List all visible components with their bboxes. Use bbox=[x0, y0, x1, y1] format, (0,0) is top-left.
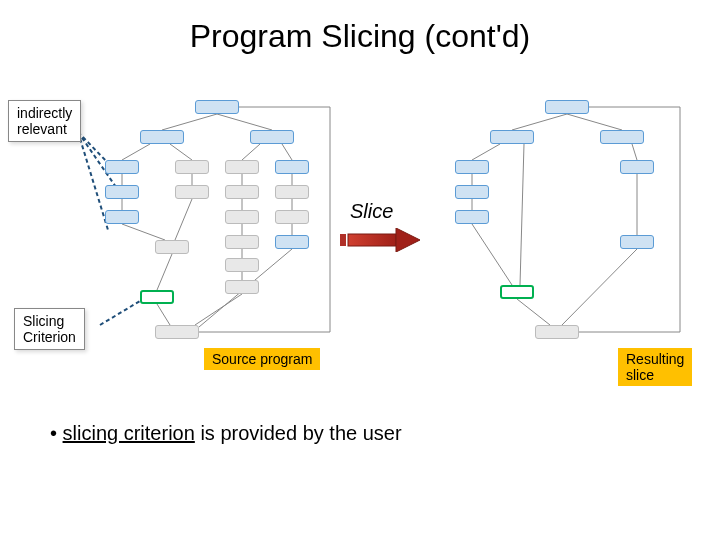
graph-node bbox=[250, 130, 294, 144]
graph-node bbox=[195, 100, 239, 114]
svg-line-14 bbox=[175, 199, 192, 240]
svg-line-0 bbox=[162, 114, 217, 130]
bullet-underlined: slicing criterion bbox=[63, 422, 195, 444]
graph-node bbox=[225, 160, 259, 174]
graph-node bbox=[620, 235, 654, 249]
graph-node bbox=[175, 185, 209, 199]
criterion-node bbox=[140, 290, 174, 304]
source-program-label: Source program bbox=[204, 348, 320, 370]
svg-line-37 bbox=[517, 299, 550, 325]
slice-arrow-label: Slice bbox=[350, 200, 393, 223]
graph-node bbox=[175, 160, 209, 174]
svg-line-36 bbox=[560, 249, 637, 327]
graph-node bbox=[225, 280, 259, 294]
svg-line-3 bbox=[170, 144, 192, 160]
svg-line-34 bbox=[472, 224, 512, 285]
graph-node bbox=[155, 325, 199, 339]
bullet-rest: is provided by the user bbox=[195, 422, 402, 444]
svg-line-30 bbox=[632, 144, 637, 160]
graph-node bbox=[455, 185, 489, 199]
graph-node bbox=[275, 210, 309, 224]
svg-marker-40 bbox=[396, 228, 420, 252]
svg-line-29 bbox=[472, 144, 500, 160]
graph-node bbox=[105, 210, 139, 224]
graph-node bbox=[490, 130, 534, 144]
slide: Program Slicing (cont'd) bbox=[0, 0, 720, 540]
slice-arrow-icon bbox=[340, 228, 420, 252]
svg-line-2 bbox=[122, 144, 150, 160]
svg-line-4 bbox=[242, 144, 260, 160]
svg-line-26 bbox=[100, 298, 145, 325]
graph-edges bbox=[0, 0, 720, 540]
graph-node bbox=[225, 235, 259, 249]
svg-line-25 bbox=[78, 132, 108, 230]
criterion-node bbox=[500, 285, 534, 299]
graph-node bbox=[455, 160, 489, 174]
graph-node bbox=[225, 185, 259, 199]
svg-line-28 bbox=[567, 114, 622, 130]
bullet-text: slicing criterion is provided by the use… bbox=[50, 422, 402, 445]
indirectly-relevant-label: indirectly relevant bbox=[8, 100, 81, 142]
graph-node bbox=[545, 100, 589, 114]
resulting-slice-label: Resulting slice bbox=[618, 348, 692, 386]
svg-line-21 bbox=[195, 294, 242, 325]
graph-node bbox=[140, 130, 184, 144]
svg-line-5 bbox=[282, 144, 292, 160]
graph-node bbox=[620, 160, 654, 174]
graph-node bbox=[275, 160, 309, 174]
svg-rect-38 bbox=[340, 234, 346, 246]
graph-node bbox=[455, 210, 489, 224]
slicing-criterion-label: Slicing Criterion bbox=[14, 308, 85, 350]
graph-node bbox=[275, 235, 309, 249]
svg-line-19 bbox=[157, 254, 172, 290]
slide-title: Program Slicing (cont'd) bbox=[0, 18, 720, 55]
svg-line-13 bbox=[122, 224, 165, 240]
graph-node bbox=[600, 130, 644, 144]
graph-node bbox=[535, 325, 579, 339]
graph-node bbox=[275, 185, 309, 199]
svg-line-1 bbox=[217, 114, 272, 130]
graph-node bbox=[155, 240, 189, 254]
svg-line-20 bbox=[157, 304, 170, 325]
graph-node bbox=[105, 185, 139, 199]
graph-node bbox=[105, 160, 139, 174]
graph-node bbox=[225, 258, 259, 272]
graph-node bbox=[225, 210, 259, 224]
svg-line-35 bbox=[520, 144, 524, 285]
svg-rect-39 bbox=[348, 234, 396, 246]
svg-line-27 bbox=[512, 114, 567, 130]
